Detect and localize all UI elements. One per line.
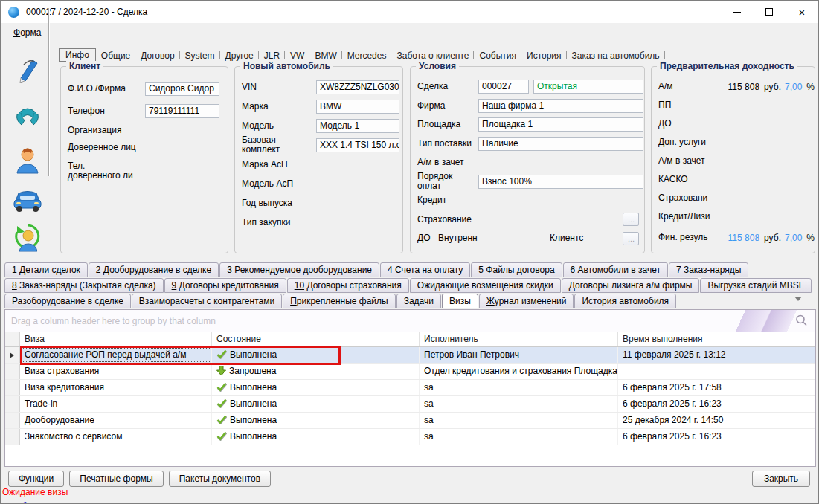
detail-tab-0-0[interactable]: 1 Детали сделок xyxy=(4,262,88,277)
field-input[interactable]: Сидоров Сидор xyxy=(145,82,219,96)
cell-state[interactable]: Выполнена xyxy=(212,380,420,395)
footer-button-1[interactable]: Печатные формы xyxy=(69,471,163,487)
detail-tab-2-4[interactable]: Визы xyxy=(442,294,478,308)
field-input[interactable]: 000027 xyxy=(478,80,529,94)
group-by-hint: Drag a column header here to group by th… xyxy=(11,316,216,326)
cell-time[interactable] xyxy=(618,364,815,379)
detail-tab-1-5[interactable]: Выгрузка стадий MBSF xyxy=(700,278,812,293)
footer-button-2[interactable]: Пакеты документов xyxy=(169,471,271,487)
cell-state[interactable]: Выполнена xyxy=(212,429,420,445)
cell-viza[interactable]: Дооборудование xyxy=(20,413,212,428)
cell-viza[interactable]: Виза кредитования xyxy=(20,380,212,395)
field-input[interactable]: Модель 1 xyxy=(316,119,399,133)
column-header-3[interactable]: Время выполнения xyxy=(618,332,815,346)
cell-state[interactable]: Выполнена xyxy=(212,396,420,412)
pen-icon[interactable] xyxy=(11,53,44,84)
top-tab-0[interactable]: Инфо xyxy=(59,48,96,62)
table-row[interactable]: Согласование РОП перед выдачей а/мВыполн… xyxy=(5,347,815,364)
table-row[interactable]: Виза кредитованияВыполненаsa6 февраля 20… xyxy=(5,380,815,396)
top-tab-9[interactable]: Забота о клиенте xyxy=(391,49,474,62)
cell-time[interactable]: 6 февраля 2025 г. 16:23 xyxy=(618,396,815,412)
minimize-icon[interactable] xyxy=(720,1,753,23)
detail-tab-1-4[interactable]: Договоры лизинга а/м фирмы xyxy=(562,278,700,293)
cell-viza[interactable]: Согласование РОП перед выдачей а/м xyxy=(20,347,212,363)
field-label: Внутренн xyxy=(438,233,550,243)
field-input[interactable]: XW8ZZZ5NZLG030261 xyxy=(316,80,399,94)
detail-tab-0-1[interactable]: 2 Дооборудование в сделке xyxy=(89,262,219,277)
field-input[interactable]: Наличие xyxy=(478,137,643,151)
cell-executor[interactable]: sa xyxy=(420,413,618,428)
detail-tab-2-3[interactable]: Задачи xyxy=(396,294,441,308)
field-input[interactable]: XXX 1.4 TSI 150 л.с. ( xyxy=(316,138,399,152)
cell-state[interactable]: Выполнена xyxy=(212,347,420,363)
cell-executor[interactable]: sa xyxy=(420,396,618,412)
detail-tab-2-1[interactable]: Взаиморасчеты с контрагентами xyxy=(132,294,282,308)
cell-time[interactable]: 6 февраля 2025 г. 16:23 xyxy=(618,429,815,445)
field-label: Фирма xyxy=(417,101,478,111)
car-icon[interactable] xyxy=(11,185,44,216)
person-icon[interactable] xyxy=(11,145,44,176)
ellipsis-button[interactable]: ... xyxy=(623,213,639,226)
chevron-down-icon[interactable] xyxy=(794,297,802,301)
maximize-icon[interactable] xyxy=(753,1,786,23)
detail-tab-0-3[interactable]: 4 Счета на оплату xyxy=(380,262,470,277)
top-tab-2[interactable]: Договор xyxy=(135,49,179,62)
close-icon[interactable]: × xyxy=(786,1,818,23)
table-row[interactable]: Знакомство с сервисомВыполненаsa6 феврал… xyxy=(5,429,815,445)
cell-time[interactable]: 6 февраля 2025 г. 17:58 xyxy=(618,380,815,395)
cell-executor[interactable]: sa xyxy=(420,380,618,395)
cell-viza[interactable]: Trade-in xyxy=(20,396,212,412)
cell-viza[interactable]: Виза страхования xyxy=(20,364,212,379)
top-tab-12[interactable]: Заказ на автомобиль xyxy=(567,49,665,62)
detail-tab-1-3[interactable]: Ожидающие возмещения скидки xyxy=(410,278,561,293)
column-header-2[interactable]: Исполнитель xyxy=(420,332,618,346)
field-input[interactable]: 79119111111 xyxy=(145,104,219,118)
top-tab-11[interactable]: История xyxy=(521,49,567,62)
cell-viza[interactable]: Знакомство с сервисом xyxy=(20,429,212,445)
column-header-0[interactable]: Виза xyxy=(20,332,212,346)
detail-tab-0-4[interactable]: 5 Файлы договора xyxy=(471,262,562,277)
cell-time[interactable]: 25 декабря 2024 г. 14:50 xyxy=(618,413,815,428)
cell-time[interactable]: 11 февраля 2025 г. 13:12 xyxy=(618,347,815,363)
column-header-1[interactable]: Состояние xyxy=(212,332,420,346)
detail-tab-2-6[interactable]: История автомобиля xyxy=(574,294,676,308)
top-tab-1[interactable]: Общие xyxy=(96,49,135,62)
cell-state[interactable]: Запрошена xyxy=(212,364,420,379)
person-sync-icon[interactable] xyxy=(11,222,44,253)
detail-tab-2-0[interactable]: Разоборудование в сделке xyxy=(4,294,131,308)
menu-item-forma[interactable]: Форма xyxy=(13,28,41,38)
top-tab-7[interactable]: BMW xyxy=(309,49,341,62)
top-tab-3[interactable]: System xyxy=(180,49,220,62)
footer-button-0[interactable]: Функции xyxy=(8,471,64,487)
top-tab-8[interactable]: Mercedes xyxy=(342,49,392,62)
detail-tab-0-5[interactable]: 6 Автомобили в зачет xyxy=(563,262,668,277)
search-icon[interactable] xyxy=(794,314,808,329)
detail-tab-1-0[interactable]: 8 Заказ-наряды (Закрытая сделка) xyxy=(4,278,164,293)
table-row[interactable]: Виза страхованияЗапрошенаОтдел кредитова… xyxy=(5,364,815,380)
top-tab-10[interactable]: События xyxy=(474,49,521,62)
detail-tab-0-2[interactable]: 3 Рекомендуемое дооборудование xyxy=(219,262,379,277)
detail-tab-2-5[interactable]: Журнал изменений xyxy=(479,294,574,308)
cell-state[interactable]: Выполнена xyxy=(212,413,420,428)
top-tab-6[interactable]: VW xyxy=(285,49,309,62)
detail-tab-0-6[interactable]: 7 Заказ-наряды xyxy=(669,262,748,277)
ellipsis-button[interactable]: ... xyxy=(623,232,639,245)
phone-icon[interactable] xyxy=(11,100,44,132)
detail-tab-1-1[interactable]: 9 Договоры кредитования xyxy=(164,278,286,293)
detail-tab-1-2[interactable]: 10 Договоры страхования xyxy=(287,278,409,293)
field-input[interactable]: Наша фирма 1 xyxy=(478,99,643,113)
group-by-band[interactable]: Drag a column header here to group by th… xyxy=(5,310,815,332)
top-tab-5[interactable]: JLR xyxy=(259,49,285,62)
detail-tab-2-2[interactable]: Прикрепленные файлы xyxy=(283,294,396,308)
top-tab-4[interactable]: Другое xyxy=(220,49,259,62)
cell-executor[interactable]: Петров Иван Петрович xyxy=(420,347,618,363)
field-input[interactable]: BMW xyxy=(316,100,399,114)
field-input-status[interactable]: Открытая xyxy=(533,80,643,94)
cell-executor[interactable]: sa xyxy=(420,429,618,445)
cell-executor[interactable]: Отдел кредитования и страхования Площадк… xyxy=(420,364,618,379)
table-row[interactable]: Trade-inВыполненаsa6 февраля 2025 г. 16:… xyxy=(5,396,815,413)
table-row[interactable]: ДооборудованиеВыполненаsa25 декабря 2024… xyxy=(5,413,815,429)
field-input[interactable]: Взнос 100% xyxy=(478,175,643,189)
close-form-button[interactable]: Закрыть xyxy=(752,471,810,487)
field-input[interactable]: Площадка 1 xyxy=(478,117,643,132)
